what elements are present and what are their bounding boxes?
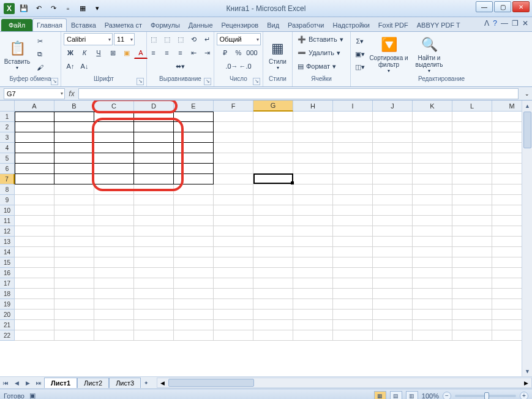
cell-J2[interactable] bbox=[373, 122, 413, 132]
cell-B6[interactable] bbox=[54, 164, 94, 174]
cell-B16[interactable] bbox=[54, 268, 94, 278]
cell-C7[interactable] bbox=[94, 174, 134, 184]
cell-B11[interactable] bbox=[54, 216, 94, 226]
cell-I7[interactable] bbox=[333, 174, 373, 184]
qat-customize-button[interactable]: ▾ bbox=[91, 2, 104, 15]
cell-K1[interactable] bbox=[413, 112, 452, 122]
cell-F2[interactable] bbox=[214, 122, 253, 132]
cell-H19[interactable] bbox=[293, 299, 333, 310]
cell-C12[interactable] bbox=[94, 226, 134, 237]
cell-I13[interactable] bbox=[333, 237, 373, 247]
row-header-8[interactable]: 8 bbox=[0, 184, 15, 195]
cell-A17[interactable] bbox=[15, 278, 54, 289]
cell-F16[interactable] bbox=[214, 268, 253, 278]
increase-indent-button[interactable]: ⇥ bbox=[201, 47, 214, 59]
cell-I21[interactable] bbox=[333, 320, 373, 330]
cell-B18[interactable] bbox=[54, 289, 94, 299]
cell-K21[interactable] bbox=[413, 320, 452, 330]
cell-H14[interactable] bbox=[293, 247, 333, 257]
cell-J4[interactable] bbox=[373, 143, 413, 153]
cell-B21[interactable] bbox=[54, 320, 94, 330]
horizontal-scroll-thumb[interactable] bbox=[168, 379, 254, 387]
cell-G16[interactable] bbox=[253, 268, 293, 278]
cell-C10[interactable] bbox=[94, 205, 134, 216]
formula-bar-expand-button[interactable]: ⌄ bbox=[522, 91, 532, 97]
cell-E20[interactable] bbox=[174, 310, 214, 320]
cell-B3[interactable] bbox=[54, 132, 94, 143]
cell-G6[interactable] bbox=[253, 164, 293, 174]
cell-H4[interactable] bbox=[293, 143, 333, 153]
cell-J13[interactable] bbox=[373, 237, 413, 247]
row-header-4[interactable]: 4 bbox=[0, 143, 15, 153]
cell-D22[interactable] bbox=[134, 330, 174, 341]
cell-J18[interactable] bbox=[373, 289, 413, 299]
cell-F8[interactable] bbox=[214, 184, 253, 195]
cell-B17[interactable] bbox=[54, 278, 94, 289]
cell-L17[interactable] bbox=[452, 278, 492, 289]
cell-A6[interactable] bbox=[15, 164, 54, 174]
align-right-button[interactable]: ≡ bbox=[174, 47, 187, 59]
sheet-tab-0[interactable]: Лист1 bbox=[44, 378, 77, 388]
comma-button[interactable]: 000 bbox=[245, 47, 259, 59]
cell-E3[interactable] bbox=[174, 132, 214, 143]
cell-A8[interactable] bbox=[15, 184, 54, 195]
cell-I19[interactable] bbox=[333, 299, 373, 310]
cell-H3[interactable] bbox=[293, 132, 333, 143]
cell-I18[interactable] bbox=[333, 289, 373, 299]
cell-J7[interactable] bbox=[373, 174, 413, 184]
decrease-indent-button[interactable]: ⇤ bbox=[187, 47, 201, 59]
cell-E1[interactable] bbox=[174, 112, 214, 122]
clipboard-dialog-launcher[interactable]: ↘ bbox=[51, 78, 58, 85]
cell-D19[interactable] bbox=[134, 299, 174, 310]
cell-F12[interactable] bbox=[214, 226, 253, 237]
cell-B20[interactable] bbox=[54, 310, 94, 320]
cell-H17[interactable] bbox=[293, 278, 333, 289]
cell-G17[interactable] bbox=[253, 278, 293, 289]
zoom-slider[interactable] bbox=[455, 395, 516, 397]
formula-input[interactable] bbox=[78, 88, 519, 99]
qat-undo-button[interactable]: ↶ bbox=[32, 2, 45, 15]
cell-A5[interactable] bbox=[15, 153, 54, 164]
cell-B19[interactable] bbox=[54, 299, 94, 310]
cell-L4[interactable] bbox=[452, 143, 492, 153]
cell-D8[interactable] bbox=[134, 184, 174, 195]
zoom-slider-knob[interactable] bbox=[484, 392, 489, 400]
font-name-combo[interactable]: Calibri▾ bbox=[64, 33, 113, 45]
cell-H12[interactable] bbox=[293, 226, 333, 237]
styles-button[interactable]: ▦ Стили▾ bbox=[266, 34, 290, 75]
cell-H11[interactable] bbox=[293, 216, 333, 226]
cell-F17[interactable] bbox=[214, 278, 253, 289]
merge-center-button[interactable]: ⬌▾ bbox=[173, 60, 188, 72]
cell-K14[interactable] bbox=[413, 247, 452, 257]
cell-C5[interactable] bbox=[94, 153, 134, 164]
cell-H18[interactable] bbox=[293, 289, 333, 299]
cell-F22[interactable] bbox=[214, 330, 253, 341]
cell-C21[interactable] bbox=[94, 320, 134, 330]
cell-C13[interactable] bbox=[94, 237, 134, 247]
column-header-B[interactable]: B bbox=[54, 101, 94, 112]
zoom-out-button[interactable]: − bbox=[443, 392, 451, 400]
currency-button[interactable]: ₽ bbox=[219, 47, 232, 59]
cell-B14[interactable] bbox=[54, 247, 94, 257]
cell-F5[interactable] bbox=[214, 153, 253, 164]
scroll-left-button[interactable]: ◀ bbox=[157, 378, 168, 387]
cell-C11[interactable] bbox=[94, 216, 134, 226]
cell-B10[interactable] bbox=[54, 205, 94, 216]
cell-I8[interactable] bbox=[333, 184, 373, 195]
cell-C16[interactable] bbox=[94, 268, 134, 278]
cell-J6[interactable] bbox=[373, 164, 413, 174]
cell-G15[interactable] bbox=[253, 257, 293, 268]
cell-E8[interactable] bbox=[174, 184, 214, 195]
cell-G13[interactable] bbox=[253, 237, 293, 247]
cell-H5[interactable] bbox=[293, 153, 333, 164]
cell-D14[interactable] bbox=[134, 247, 174, 257]
cell-J16[interactable] bbox=[373, 268, 413, 278]
horizontal-scrollbar[interactable]: ◀ ▶ bbox=[157, 378, 532, 388]
cell-D18[interactable] bbox=[134, 289, 174, 299]
cell-F19[interactable] bbox=[214, 299, 253, 310]
ribbon-tab-10[interactable]: ABBYY PDF T bbox=[413, 18, 465, 31]
row-header-2[interactable]: 2 bbox=[0, 122, 15, 132]
cell-G1[interactable] bbox=[253, 112, 293, 122]
cell-I3[interactable] bbox=[333, 132, 373, 143]
cell-J3[interactable] bbox=[373, 132, 413, 143]
